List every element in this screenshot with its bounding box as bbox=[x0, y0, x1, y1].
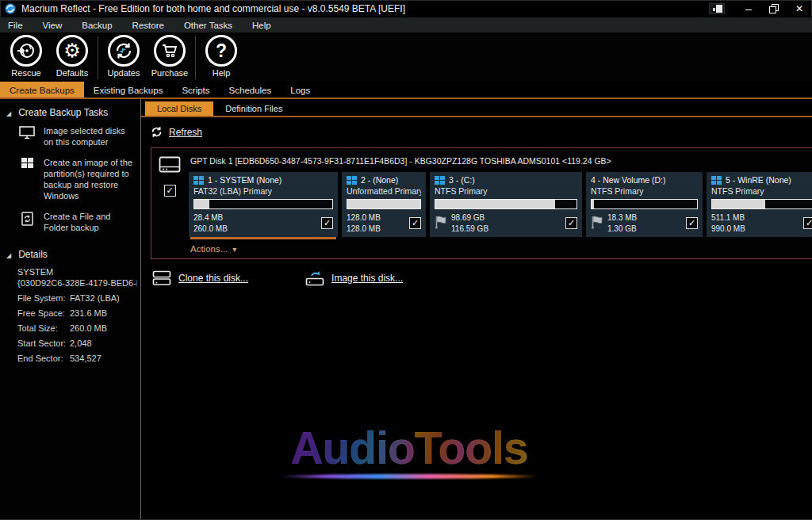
sub-tab-bar: Local Disks Definition Files bbox=[141, 99, 812, 117]
sidebar-item-file-folder-backup[interactable]: Create a File and Folder backup bbox=[0, 206, 140, 238]
restore-icon bbox=[769, 4, 779, 13]
disk-body: GPT Disk 1 [EDB6D650-3487-4573-9F31-8711… bbox=[189, 155, 812, 257]
title-bar: Macrium Reflect - Free Edition for both … bbox=[0, 0, 812, 17]
collapse-triangle-icon bbox=[6, 107, 11, 118]
clone-disk-icon bbox=[152, 270, 171, 286]
partition-tile-2[interactable]: 2 - (None) Unformatted Primary 128.0 MB … bbox=[342, 172, 426, 237]
partition-checkbox[interactable] bbox=[409, 217, 421, 229]
refresh-link[interactable]: Refresh bbox=[141, 117, 812, 143]
sidebar-item-image-selected-disks[interactable]: Image selected disks on this computer bbox=[0, 120, 140, 152]
partition-sizes: 28.4 MB 260.0 MB bbox=[193, 212, 228, 234]
partition-filesystem: NTFS Primary bbox=[591, 186, 698, 196]
app-window: Macrium Reflect - Free Edition for both … bbox=[0, 0, 812, 520]
windows-logo-icon bbox=[193, 176, 204, 185]
partition-sizes: 98.69 GB 116.59 GB bbox=[451, 212, 488, 234]
disk-checkbox[interactable] bbox=[164, 185, 176, 197]
disk-selector bbox=[157, 155, 182, 257]
monitor-icon bbox=[17, 125, 36, 148]
tab-local-disks[interactable]: Local Disks bbox=[145, 101, 213, 116]
updates-button[interactable]: Updates bbox=[101, 35, 147, 78]
main-tab-bar: Create Backups Existing Backups Scripts … bbox=[0, 82, 812, 99]
rescue-button[interactable]: Rescue bbox=[3, 35, 49, 78]
partition-tile-5[interactable]: 5 - WinRE (None) NTFS Primary 511.1 MB 9… bbox=[707, 172, 812, 237]
partition-name: 2 - (None) bbox=[361, 175, 398, 185]
task-label: Image selected disks on this computer bbox=[44, 125, 136, 148]
tab-create-backups[interactable]: Create Backups bbox=[0, 82, 84, 98]
disk-panel: GPT Disk 1 [EDB6D650-3487-4573-9F31-8711… bbox=[151, 147, 812, 259]
update-arrows-icon bbox=[108, 35, 140, 67]
usage-bar bbox=[193, 199, 333, 209]
details-row-total-size: Total Size: 260.0 MB bbox=[17, 323, 137, 333]
partition-tile-1[interactable]: 1 - SYSTEM (None) FAT32 (LBA) Primary 28… bbox=[189, 172, 338, 237]
close-button[interactable] bbox=[787, 0, 812, 17]
actions-label: Actions... bbox=[190, 244, 228, 254]
window-controls bbox=[709, 0, 812, 17]
collapse-triangle-icon bbox=[6, 249, 11, 260]
disk-links: Clone this disk... Image this disk... bbox=[141, 259, 812, 286]
question-mark-icon: ? bbox=[205, 35, 237, 67]
create-backup-tasks-header[interactable]: Create Backup Tasks bbox=[0, 105, 140, 120]
windows-logo-icon bbox=[17, 157, 36, 202]
windows-flag-icon bbox=[435, 215, 447, 232]
tab-scripts[interactable]: Scripts bbox=[172, 82, 219, 98]
toolbar: Rescue ⚙ Defaults Updates bbox=[0, 32, 812, 82]
partition-checkbox[interactable] bbox=[321, 217, 333, 229]
partition-name: 5 - WinRE (None) bbox=[726, 175, 791, 185]
task-label: Create a File and Folder backup bbox=[44, 211, 136, 234]
hard-drive-icon bbox=[159, 156, 181, 173]
image-disk-label: Image this disk... bbox=[331, 273, 403, 284]
partition-checkbox[interactable] bbox=[686, 217, 698, 229]
partition-filesystem: NTFS Primary bbox=[435, 186, 577, 196]
minimize-button[interactable] bbox=[736, 0, 761, 17]
gear-icon: ⚙ bbox=[56, 35, 88, 67]
menu-view[interactable]: View bbox=[43, 21, 63, 30]
partition-tile-3[interactable]: 3 - (C:) NTFS Primary bbox=[430, 172, 582, 237]
main-panel: Local Disks Definition Files Refresh bbox=[141, 99, 812, 519]
content-area: Create Backup Tasks Image selected disks… bbox=[0, 99, 812, 519]
toolbar-separator bbox=[98, 36, 98, 79]
watermark-text-tools: Tools bbox=[415, 422, 528, 473]
sidebar-item-image-windows-partitions[interactable]: Create an image of the partition(s) requ… bbox=[0, 152, 140, 206]
create-backup-tasks-label: Create Backup Tasks bbox=[18, 107, 108, 118]
menu-file[interactable]: File bbox=[8, 21, 23, 30]
details-partition-guid: {030D92C6-328E-4179-BED6-B1F35 bbox=[17, 278, 137, 288]
defaults-label: Defaults bbox=[56, 68, 88, 78]
partition-sizes: 18.3 MB 1.30 GB bbox=[607, 212, 637, 234]
clone-disk-link[interactable]: Clone this disk... bbox=[152, 270, 248, 286]
task-label: Create an image of the partition(s) requ… bbox=[44, 157, 136, 202]
menu-bar: File View Backup Restore Other Tasks Hel… bbox=[0, 17, 812, 32]
menu-help[interactable]: Help bbox=[252, 21, 271, 30]
restore-button[interactable] bbox=[761, 0, 787, 17]
actions-dropdown[interactable]: Actions... bbox=[189, 237, 812, 257]
tab-existing-backups[interactable]: Existing Backups bbox=[84, 82, 173, 98]
details-header[interactable]: Details bbox=[0, 247, 140, 262]
watermark-swoosh bbox=[278, 474, 540, 479]
menu-backup[interactable]: Backup bbox=[82, 21, 112, 30]
partition-checkbox[interactable] bbox=[803, 217, 812, 229]
windows-flag-icon bbox=[591, 215, 603, 232]
refresh-icon bbox=[151, 126, 163, 138]
details-row-filesystem: File System: FAT32 (LBA) bbox=[17, 293, 137, 303]
partition-filesystem: NTFS Primary bbox=[711, 186, 812, 196]
tab-definition-files[interactable]: Definition Files bbox=[213, 101, 294, 116]
file-backup-icon bbox=[17, 211, 36, 234]
tab-logs[interactable]: Logs bbox=[281, 82, 320, 98]
windows-logo-icon bbox=[347, 176, 357, 185]
watermark-text-audio: Audio bbox=[290, 422, 414, 473]
help-button[interactable]: ? Help bbox=[198, 35, 244, 78]
purchase-button[interactable]: Purchase bbox=[147, 35, 193, 78]
help-label: Help bbox=[213, 68, 231, 78]
app-logo-icon bbox=[5, 3, 16, 14]
image-disk-link[interactable]: Image this disk... bbox=[305, 270, 403, 286]
partition-tile-4[interactable]: 4 - New Volume (D:) NTFS Primary bbox=[586, 172, 703, 237]
partition-checkbox[interactable] bbox=[565, 217, 577, 229]
purchase-label: Purchase bbox=[151, 68, 188, 78]
defaults-button[interactable]: ⚙ Defaults bbox=[49, 35, 95, 78]
tab-schedules[interactable]: Schedules bbox=[220, 82, 282, 98]
partition-filesystem: FAT32 (LBA) Primary bbox=[193, 186, 333, 196]
rescue-disc-icon bbox=[10, 35, 42, 67]
details-partition-name: SYSTEM bbox=[17, 267, 137, 277]
menu-restore[interactable]: Restore bbox=[132, 21, 164, 30]
windows-logo-icon bbox=[435, 176, 445, 185]
menu-other-tasks[interactable]: Other Tasks bbox=[184, 21, 232, 30]
